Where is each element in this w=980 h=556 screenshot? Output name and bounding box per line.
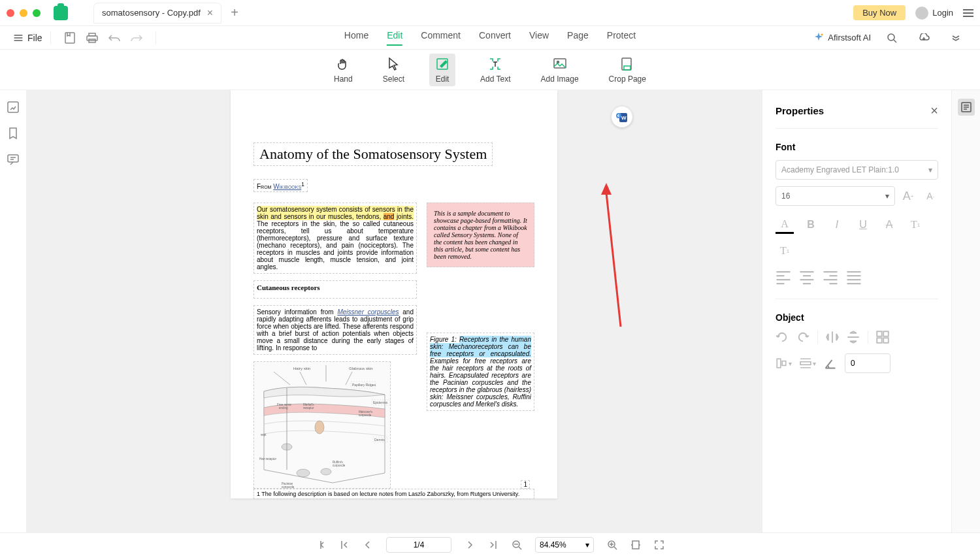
zoom-dropdown[interactable]: 84.45% ▾ [535, 537, 594, 553]
svg-point-4 [821, 33, 823, 35]
save-icon[interactable] [64, 32, 76, 44]
rotation-input[interactable] [845, 353, 890, 373]
wikibooks-source[interactable]: From Wikibooks1 [253, 179, 308, 192]
crop-page-button[interactable]: Crop Page [604, 54, 651, 86]
page-input[interactable] [386, 537, 451, 553]
document-title[interactable]: Anatomy of the Somatosensory System [253, 142, 493, 166]
print-icon[interactable] [86, 32, 98, 44]
next-page-button[interactable] [465, 540, 475, 550]
first-page-button[interactable] [316, 540, 326, 550]
bookmark-icon[interactable] [7, 127, 20, 140]
cursor-icon [385, 56, 401, 72]
zoom-in-button[interactable] [607, 540, 617, 550]
edit-tool-button[interactable]: Edit [429, 54, 455, 86]
hand-label: Hand [334, 74, 353, 84]
minimize-window-button[interactable] [20, 9, 27, 17]
fit-width-button[interactable] [630, 540, 641, 550]
ai-assistant-button[interactable]: Afirstsoft AI [813, 33, 871, 43]
buy-now-button[interactable]: Buy Now [853, 5, 906, 20]
menu-button[interactable] [963, 9, 973, 17]
align-right-button[interactable] [823, 270, 838, 286]
zoom-out-button[interactable] [512, 540, 522, 550]
underline-button[interactable]: U [854, 216, 872, 234]
add-image-button[interactable]: Add Image [536, 54, 584, 86]
close-panel-button[interactable]: × [930, 103, 938, 118]
svg-text:sept: sept [261, 433, 267, 436]
avatar-icon [915, 7, 928, 20]
left-sidebar [0, 90, 26, 543]
login-button[interactable]: Login [915, 7, 953, 20]
increase-font-button[interactable]: A+ [900, 188, 916, 204]
intro-paragraph[interactable]: Our somatosensory system consists of sen… [253, 203, 417, 274]
canvas-area[interactable]: Anatomy of the Somatosensory System From… [26, 90, 762, 543]
convert-word-button[interactable]: W [612, 106, 632, 127]
nav-protect[interactable]: Protect [607, 30, 636, 46]
align-dropdown-button[interactable]: ▾ [776, 357, 792, 369]
undo-icon[interactable] [108, 32, 120, 44]
chevron-down-icon: ▾ [928, 165, 932, 174]
file-menu[interactable]: File [13, 33, 42, 43]
distribute-dropdown-button[interactable]: ▾ [800, 357, 816, 369]
maximize-window-button[interactable] [33, 9, 41, 17]
sample-note[interactable]: This is a sample document to showcase pa… [427, 203, 534, 267]
bold-button[interactable]: B [802, 216, 820, 234]
properties-toggle-button[interactable] [958, 99, 975, 116]
rotate-left-button[interactable] [776, 331, 789, 344]
thumbnails-icon[interactable] [7, 101, 20, 114]
svg-text:Dermis: Dermis [374, 438, 385, 442]
edit-label: Edit [436, 74, 449, 84]
tab-label: somatosensory - Copy.pdf [102, 8, 201, 18]
collapse-icon[interactable] [950, 32, 962, 44]
align-left-button[interactable] [776, 270, 791, 286]
paragraph-2[interactable]: Sensory information from Meissner corpus… [253, 305, 417, 355]
nav-edit[interactable]: Edit [387, 30, 402, 46]
align-center-button[interactable] [799, 270, 815, 286]
word-icon: W [615, 110, 629, 123]
strikethrough-button[interactable]: A [880, 216, 898, 234]
hand-tool-button[interactable]: Hand [329, 54, 358, 86]
add-image-label: Add Image [541, 74, 579, 84]
prev-page-button[interactable] [363, 540, 373, 550]
nav-comment[interactable]: Comment [421, 30, 461, 46]
prev-page-start-button[interactable] [339, 540, 350, 550]
superscript-button[interactable]: T1 [906, 216, 924, 234]
cloud-icon[interactable] [918, 32, 930, 44]
fit-page-button[interactable] [654, 540, 664, 550]
svg-text:receptor: receptor [303, 406, 314, 410]
figure-caption[interactable]: Figure 1: Receptors in the human skin: M… [427, 333, 534, 411]
document-tab[interactable]: somatosensory - Copy.pdf × [94, 3, 221, 23]
align-justify-button[interactable] [846, 270, 862, 286]
svg-rect-46 [877, 338, 882, 343]
nav-view[interactable]: View [529, 30, 549, 46]
select-label: Select [383, 74, 404, 84]
new-tab-button[interactable]: + [231, 5, 238, 20]
close-tab-button[interactable]: × [207, 7, 213, 19]
footnote[interactable]: 1 The following description is based on … [253, 489, 534, 499]
comments-icon[interactable] [7, 153, 20, 166]
meissner-link[interactable]: Meissner corpuscles [337, 308, 399, 316]
nav-convert[interactable]: Convert [479, 30, 511, 46]
add-image-icon [552, 56, 568, 72]
rotate-right-button[interactable] [796, 331, 809, 344]
skin-diagram[interactable]: Hairy skin Glabrous skin [253, 361, 391, 489]
font-family-dropdown[interactable]: Academy Engraved LET Plain:1.0 ▾ [776, 160, 938, 180]
font-size-dropdown[interactable]: 16 ▾ [776, 186, 895, 206]
subscript-button[interactable]: T1 [776, 242, 794, 260]
flip-vertical-button[interactable] [847, 331, 860, 344]
close-window-button[interactable] [7, 9, 14, 17]
wikibooks-link[interactable]: Wikibooks [273, 183, 301, 190]
redo-icon[interactable] [131, 32, 142, 44]
flip-horizontal-button[interactable] [826, 331, 839, 344]
decrease-font-button[interactable]: A- [923, 188, 938, 204]
arrange-button[interactable] [876, 331, 889, 344]
last-page-button[interactable] [488, 540, 498, 550]
font-color-button[interactable]: A [776, 216, 794, 234]
search-icon[interactable] [886, 32, 898, 44]
add-text-button[interactable]: Add Text [475, 54, 515, 86]
nav-home[interactable]: Home [344, 30, 368, 46]
italic-button[interactable]: I [828, 216, 846, 234]
nav-page[interactable]: Page [567, 30, 589, 46]
select-tool-button[interactable]: Select [378, 54, 410, 86]
subheading-box[interactable]: Cutaneous receptors [253, 280, 417, 299]
status-bar: 84.45% ▾ [0, 532, 980, 556]
